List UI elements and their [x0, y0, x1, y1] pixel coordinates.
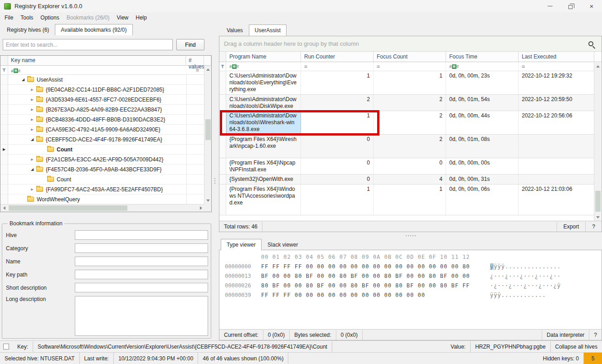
- restore-button[interactable]: [560, 0, 581, 12]
- vertical-scroll-thumb[interactable]: [595, 191, 601, 212]
- expanded-icon[interactable]: ◢: [20, 78, 26, 82]
- tree-column-num-values[interactable]: # values: [186, 56, 204, 65]
- tree-row-guid-cebff5cd[interactable]: ◢{CEBFF5CD-ACE2-4F4F-9178-9926F41749EA}: [0, 135, 204, 145]
- messages-count-badge[interactable]: 5: [584, 353, 602, 364]
- collapsed-icon[interactable]: ▶: [29, 188, 35, 191]
- grid-vertical-scrollbar[interactable]: [594, 63, 601, 221]
- grid-help-button[interactable]: ?: [585, 222, 602, 232]
- grid-row-wireshark-selected[interactable]: C:\Users\Administrator\Downloads\tools\W…: [219, 111, 594, 135]
- hex-help-button[interactable]: ?: [589, 330, 602, 340]
- cell-run-counter[interactable]: 0: [301, 158, 374, 174]
- find-button[interactable]: Find: [176, 39, 204, 50]
- cell-run-counter[interactable]: 2: [301, 95, 374, 111]
- key-path-field[interactable]: [75, 270, 208, 279]
- cell-focus-time[interactable]: 0d, 0h, 00m, 23s: [446, 71, 519, 94]
- grid-row-npfinstall[interactable]: {Program Files X64}\Npcap\NPFInstall.exe…: [219, 158, 594, 175]
- hive-field[interactable]: [75, 230, 208, 240]
- tab-available-bookmarks[interactable]: Available bookmarks (92/0): [55, 24, 132, 35]
- expanded-icon[interactable]: ◢: [29, 167, 35, 171]
- tree-vertical-scrollbar[interactable]: [204, 66, 211, 204]
- tree-column-key-name[interactable]: Key name: [8, 56, 186, 65]
- cell-program-name[interactable]: C:\Users\Administrator\Downloads\tools\E…: [226, 71, 301, 94]
- cell-focus-time[interactable]: 0d, 0h, 00m, 06s: [446, 184, 519, 215]
- cell-program-name-selected[interactable]: C:\Users\Administrator\Downloads\tools\W…: [226, 111, 301, 134]
- cell-program-name[interactable]: {Program Files X64}\Windows NT\Accessori…: [226, 184, 301, 215]
- menu-options[interactable]: Options: [37, 13, 63, 22]
- filter-focus-count[interactable]: =: [374, 62, 446, 71]
- search-icon[interactable]: [588, 41, 593, 46]
- close-button[interactable]: ×: [581, 0, 602, 12]
- scroll-left-button[interactable]: [0, 204, 8, 212]
- grid-row-diskwipe[interactable]: C:\Users\Administrator\Downloads\tools\D…: [219, 95, 594, 111]
- short-description-field[interactable]: [75, 283, 208, 292]
- panel-splitter-vertical[interactable]: [212, 23, 219, 340]
- filter-run-counter[interactable]: =: [301, 62, 374, 71]
- grid-row-openwith[interactable]: {System32}\OpenWith.exe 0 4 0d, 0h, 00m,…: [219, 175, 594, 184]
- tree-row-guid[interactable]: ◢{F4E57C4B-2036-45F0-A9AB-443BCFE33D9F}: [0, 165, 204, 175]
- cell-run-counter[interactable]: 1: [301, 71, 374, 94]
- cell-program-name[interactable]: {Program Files X64}\Npcap\NPFInstall.exe: [226, 158, 301, 174]
- cell-program-name[interactable]: {Program Files X64}\Wireshark\npcap-1.60…: [226, 135, 301, 158]
- scroll-down-button[interactable]: [594, 214, 602, 221]
- cell-program-name[interactable]: {System32}\OpenWith.exe: [226, 175, 301, 184]
- collapsed-icon[interactable]: ▶: [29, 88, 35, 92]
- tab-slack-viewer[interactable]: Slack viewer: [262, 239, 304, 250]
- cell-focus-count[interactable]: 4: [374, 175, 446, 184]
- menu-file[interactable]: File: [1, 13, 17, 22]
- cell-focus-time[interactable]: 0d, 0h, 01m, 54s: [446, 95, 519, 111]
- tree-row-userassist[interactable]: ◢UserAssist: [0, 75, 204, 85]
- hex-viewer[interactable]: 00 01 02 03 04 05 06 07 08 09 0A 0B 0C 0…: [219, 250, 602, 329]
- scroll-down-button[interactable]: [204, 197, 212, 204]
- scroll-right-button[interactable]: [197, 204, 204, 212]
- cell-last-executed[interactable]: 2022-10-12 19:29:32: [519, 71, 594, 94]
- tree-row-guid[interactable]: ▶{F2A1CB5A-E3CC-4A2E-AF9D-505A7009D442}: [0, 155, 204, 165]
- filter-last-executed[interactable]: =: [519, 62, 594, 71]
- collapsed-icon[interactable]: ▶: [29, 98, 35, 102]
- tree-filter-icon-cell[interactable]: [0, 66, 8, 74]
- horizontal-scroll-thumb[interactable]: [9, 205, 127, 211]
- group-by-bar[interactable]: Drag a column header here to group by th…: [219, 36, 602, 52]
- grid-row-wordpad[interactable]: {Program Files X64}\Windows NT\Accessori…: [219, 184, 594, 215]
- menu-view[interactable]: View: [113, 13, 132, 22]
- menu-tools[interactable]: Tools: [17, 13, 37, 22]
- column-focus-count[interactable]: Focus Count: [374, 52, 446, 62]
- cell-focus-time[interactable]: 0d, 0h, 00m, 31s: [446, 175, 519, 184]
- cell-focus-count[interactable]: 1: [374, 71, 446, 94]
- data-interpreter-button[interactable]: Data interpreter: [542, 330, 589, 340]
- tab-type-viewer[interactable]: Type viewer: [221, 239, 262, 250]
- vertical-scroll-thumb[interactable]: [205, 119, 211, 140]
- filter-focus-time[interactable]: aBc: [446, 62, 519, 71]
- status-checkbox[interactable]: [3, 344, 9, 349]
- export-button[interactable]: Export: [557, 222, 586, 232]
- tree-row-guid[interactable]: ▶{9E04CAB2-CC14-11DF-BB8C-A2F1DED72085}: [0, 85, 204, 95]
- tab-values[interactable]: Values: [221, 24, 249, 36]
- cell-focus-time[interactable]: 0d, 0h, 00m, 00s: [446, 158, 519, 174]
- cell-focus-count[interactable]: 2: [374, 135, 446, 158]
- tab-userassist[interactable]: UserAssist: [249, 24, 286, 36]
- category-field[interactable]: [75, 243, 208, 253]
- cell-last-executed[interactable]: 2022-10-12 20:59:50: [519, 95, 594, 111]
- column-run-counter[interactable]: Run Counter: [301, 52, 374, 62]
- cell-last-executed[interactable]: 2022-10-12 21:03:06: [519, 184, 594, 215]
- cell-run-counter[interactable]: 0: [301, 175, 374, 184]
- expanded-icon[interactable]: ◢: [29, 137, 35, 141]
- menu-help[interactable]: Help: [132, 13, 150, 22]
- cell-last-executed[interactable]: 2022-10-12 20:56:06: [519, 111, 594, 134]
- column-program-name[interactable]: Program Name: [226, 52, 301, 62]
- tree-row-count-selected[interactable]: ▶ Count: [0, 145, 204, 155]
- search-input[interactable]: [3, 39, 173, 50]
- tree-row-guid[interactable]: ▶{A3D53349-6E61-4557-8FC7-0028EDCEEBF6}: [0, 95, 204, 105]
- collapsed-icon[interactable]: ▶: [29, 128, 35, 131]
- tree-row-guid[interactable]: ▶{CAA59E3C-4792-41A5-9909-6A6A8D32490E}: [0, 125, 204, 135]
- column-last-executed[interactable]: Last Executed: [519, 52, 594, 62]
- cell-last-executed[interactable]: [519, 175, 594, 184]
- tree-row-count[interactable]: Count: [0, 175, 204, 184]
- collapsed-icon[interactable]: ▶: [29, 118, 35, 121]
- cell-focus-count[interactable]: 2: [374, 111, 446, 134]
- collapse-all-hives-button[interactable]: Collapse all hives: [551, 341, 602, 352]
- long-description-field[interactable]: [75, 296, 208, 336]
- name-field[interactable]: [75, 257, 208, 266]
- tree-row-guid[interactable]: ▶{BCB48336-4DDD-48FF-BB0B-D3190DACB3E2}: [0, 115, 204, 125]
- collapsed-icon[interactable]: ▶: [29, 108, 35, 112]
- tree-horizontal-scrollbar[interactable]: [0, 204, 204, 212]
